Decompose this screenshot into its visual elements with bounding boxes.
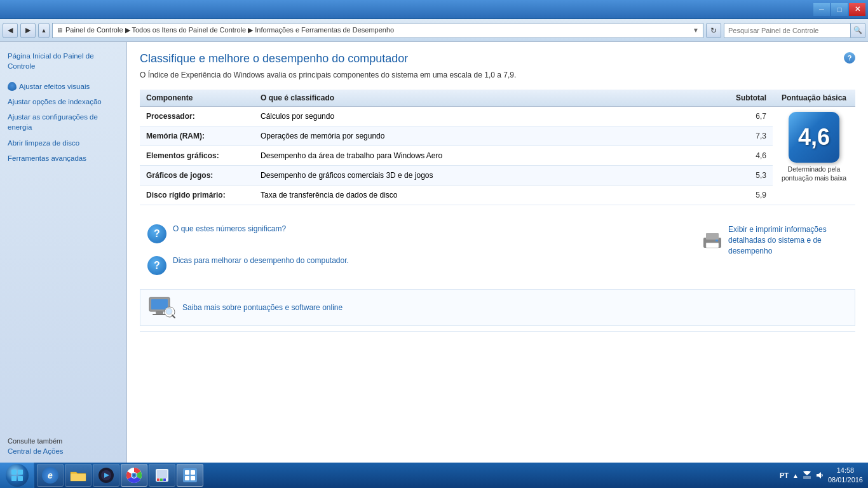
sidebar-item-visual-effects[interactable]: Ajustar efeitos visuais — [0, 79, 126, 94]
volume-icon[interactable] — [815, 471, 824, 480]
component-name-2: Memória (RAM): — [140, 126, 254, 146]
shield-icon — [8, 82, 17, 91]
windows-logo-icon — [10, 468, 24, 482]
svg-rect-29 — [185, 470, 189, 475]
tray-date: 08/01/2016 — [828, 475, 863, 485]
ie-icon: e — [42, 467, 58, 484]
what-numbers-link[interactable]: O que estes números significam? — [173, 224, 286, 233]
table-row: Processador: Cálculos por segundo 6,7 4,… — [140, 107, 855, 126]
print-details-link[interactable]: Exibir e imprimir informações detalhadas… — [728, 224, 855, 256]
svg-rect-5 — [151, 299, 168, 309]
minimize-button[interactable]: ─ — [813, 3, 830, 16]
paint-icon — [154, 467, 170, 484]
forward-button[interactable]: ▶ — [20, 23, 36, 38]
print-section: Exibir e imprimir informações detalhadas… — [702, 218, 855, 256]
score-description: Determinado pela pontuação mais baixa — [779, 165, 849, 182]
printer-icon — [702, 231, 723, 249]
learn-software-link[interactable]: Saiba mais sobre pontuações e software o… — [182, 303, 342, 312]
svg-rect-13 — [11, 476, 17, 481]
col-subtotal: Subtotal — [722, 90, 773, 107]
tips-improve-link[interactable]: Dicas para melhorar o desempenho do comp… — [173, 256, 349, 265]
network-icon[interactable] — [803, 471, 811, 480]
taskbar-tray: PT ▲ 14:58 08/01/2016 — [775, 463, 868, 488]
taskbar-app-chrome[interactable] — [121, 464, 147, 487]
svg-rect-27 — [163, 478, 166, 481]
question-icon-2: ? — [147, 256, 166, 275]
breadcrumb: Painel de Controle ▶ Todos os Itens do P… — [65, 26, 394, 34]
taskbar-app-control-panel[interactable] — [177, 464, 203, 487]
component-desc-4: Desempenho de gráficos comerciais 3D e d… — [254, 166, 722, 186]
sidebar-item-power[interactable]: Ajustar as configurações de energia — [0, 109, 126, 135]
component-name-5: Disco rígido primário: — [140, 186, 254, 205]
score-value-4: 5,3 — [722, 166, 773, 186]
computer-icon — [148, 296, 176, 319]
svg-rect-32 — [191, 476, 195, 480]
component-name-3: Elementos gráficos: — [140, 146, 254, 166]
component-name-1: Processador: — [140, 107, 254, 126]
score-value-5: 5,9 — [722, 186, 773, 205]
tray-clock[interactable]: 14:58 08/01/2016 — [828, 466, 863, 485]
taskbar-app-folder[interactable] — [65, 464, 92, 487]
tray-language[interactable]: PT — [780, 471, 789, 479]
score-value-1: 6,7 — [722, 107, 773, 126]
page-title: Classifique e melhore o desempenho do co… — [140, 52, 855, 65]
search-button[interactable]: 🔍 — [850, 23, 865, 38]
info-links-section: ? O que estes números significam? ? Dica… — [140, 218, 356, 281]
component-desc-5: Taxa de transferência de dados de disco — [254, 186, 722, 205]
start-button[interactable] — [0, 463, 34, 488]
sidebar-item-action-center[interactable]: Central de Ações — [0, 446, 126, 456]
help-icon[interactable]: ? — [844, 52, 855, 64]
search-input[interactable] — [724, 23, 851, 38]
taskbar-app-ie[interactable]: e — [37, 464, 64, 487]
svg-rect-7 — [153, 314, 166, 315]
table-row: Memória (RAM): Operações de memória por … — [140, 126, 855, 146]
svg-rect-31 — [185, 476, 189, 480]
svg-point-22 — [133, 474, 135, 477]
taskbar-app-paint[interactable] — [149, 464, 175, 487]
address-input[interactable]: 🖥 Painel de Controle ▶ Todos os Itens do… — [52, 23, 703, 38]
media-player-icon — [98, 467, 114, 484]
taskbar-apps: e — [34, 463, 206, 488]
svg-rect-3 — [715, 240, 718, 241]
content-area: ? Classifique e melhore o desempenho do … — [127, 42, 868, 463]
main-container: Página Inicial do Painel de Controle Aju… — [0, 42, 868, 463]
svg-rect-24 — [157, 470, 167, 478]
svg-rect-2 — [706, 243, 719, 248]
up-button[interactable]: ▲ — [38, 23, 50, 38]
sidebar-spacer — [0, 166, 126, 433]
score-value-3: 4,6 — [722, 146, 773, 166]
col-classified: O que é classificado — [254, 90, 722, 107]
table-row: Gráficos de jogos: Desempenho de gráfico… — [140, 166, 855, 186]
close-button[interactable]: ✕ — [849, 3, 865, 16]
score-table: Componente O que é classificado Subtotal… — [140, 90, 855, 205]
svg-point-9 — [166, 308, 172, 315]
sidebar-item-disk-cleanup[interactable]: Abrir limpeza de disco — [0, 135, 126, 151]
divider — [140, 331, 855, 332]
svg-rect-1 — [706, 233, 719, 240]
col-basic: Pontuação básica — [773, 90, 855, 107]
svg-rect-12 — [18, 470, 23, 475]
component-desc-1: Cálculos por segundo — [254, 107, 722, 126]
sidebar: Página Inicial do Painel de Controle Aju… — [0, 42, 127, 463]
tray-show-hidden[interactable]: ▲ — [792, 472, 799, 479]
dropdown-icon[interactable]: ▼ — [693, 27, 699, 34]
component-desc-2: Operações de memória por segundo — [254, 126, 722, 146]
score-badge: 4,6 — [789, 112, 839, 163]
sidebar-item-indexing[interactable]: Ajustar opções de indexação — [0, 94, 126, 109]
sidebar-item-home[interactable]: Página Inicial do Painel de Controle — [0, 48, 126, 74]
component-name-4: Gráficos de jogos: — [140, 166, 254, 186]
info-row-1: ? O que estes números significam? — [140, 218, 356, 250]
svg-rect-30 — [191, 470, 195, 475]
maximize-button[interactable]: □ — [831, 3, 848, 16]
back-button[interactable]: ◀ — [3, 23, 18, 38]
tray-time: 14:58 — [828, 466, 863, 475]
svg-rect-11 — [11, 470, 17, 475]
component-desc-3: Desempenho da área de trabalho para Wind… — [254, 146, 722, 166]
score-badge-cell: 4,6 Determinado pela pontuação mais baix… — [773, 107, 855, 205]
svg-rect-6 — [156, 311, 163, 314]
refresh-button[interactable]: ↻ — [706, 23, 721, 38]
folder-icon — [70, 468, 86, 482]
table-row: Elementos gráficos: Desempenho da área d… — [140, 146, 855, 166]
taskbar-app-media[interactable] — [93, 464, 119, 487]
sidebar-item-advanced-tools[interactable]: Ferramentas avançadas — [0, 151, 126, 166]
